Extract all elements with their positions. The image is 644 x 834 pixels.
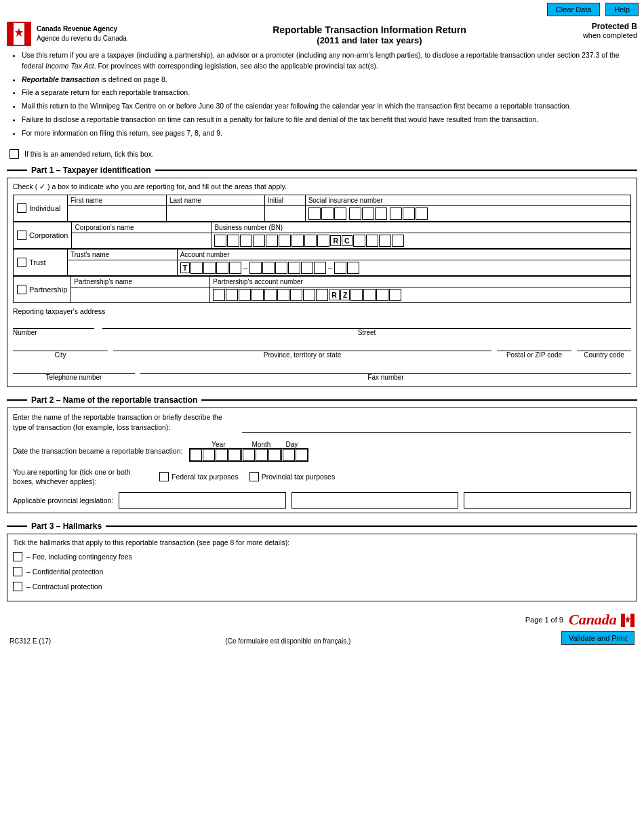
initial-input[interactable] bbox=[264, 206, 305, 222]
sin-box-8[interactable] bbox=[403, 207, 415, 220]
pship-box-13[interactable] bbox=[389, 289, 401, 301]
trust-name-input[interactable] bbox=[68, 260, 178, 276]
country-input[interactable] bbox=[577, 340, 631, 351]
date-label: Date the transaction became a reportable… bbox=[13, 447, 182, 455]
sin-box-2[interactable] bbox=[321, 207, 334, 220]
pship-box-5[interactable] bbox=[264, 289, 277, 301]
trust-box-5[interactable] bbox=[249, 262, 262, 274]
bn-box-5[interactable] bbox=[266, 235, 278, 247]
pship-box-6[interactable] bbox=[277, 289, 289, 301]
street-input[interactable] bbox=[102, 318, 631, 329]
bn-box-4[interactable] bbox=[253, 235, 265, 247]
year-box-1[interactable] bbox=[190, 449, 202, 461]
bn-box-11[interactable] bbox=[366, 235, 378, 247]
amended-checkbox[interactable] bbox=[9, 149, 19, 159]
corp-name-input[interactable] bbox=[72, 233, 212, 249]
number-street-row: Number Street bbox=[13, 318, 631, 336]
bn-box-7[interactable] bbox=[291, 235, 304, 247]
bn-box-1[interactable] bbox=[214, 235, 226, 247]
year-box-4[interactable] bbox=[228, 449, 241, 461]
bn-box-12[interactable] bbox=[379, 235, 391, 247]
city-input[interactable] bbox=[13, 340, 108, 351]
hallmark-checkbox-1[interactable] bbox=[13, 552, 22, 561]
street-label: Street bbox=[102, 329, 631, 336]
trust-box-2[interactable] bbox=[203, 262, 216, 274]
postal-label: Postal or ZIP code bbox=[497, 351, 571, 359]
number-input[interactable] bbox=[13, 318, 94, 329]
trust-box-9[interactable] bbox=[301, 262, 313, 274]
trust-box-7[interactable] bbox=[275, 262, 287, 274]
bn-box-10[interactable] bbox=[353, 235, 365, 247]
bn-box-3[interactable] bbox=[240, 235, 252, 247]
sin-box-9[interactable] bbox=[416, 207, 428, 220]
fax-input[interactable] bbox=[140, 363, 631, 374]
partnership-name-input[interactable] bbox=[71, 287, 210, 303]
pship-box-2[interactable] bbox=[226, 289, 238, 301]
day-box-2[interactable] bbox=[296, 449, 308, 461]
bn-box-8[interactable] bbox=[304, 235, 317, 247]
lastname-input[interactable] bbox=[167, 206, 265, 222]
firstname-input[interactable] bbox=[68, 206, 167, 222]
trust-checkbox[interactable] bbox=[17, 258, 26, 267]
instruction-1: Use this return if you are a taxpayer (i… bbox=[22, 50, 635, 72]
hallmark-checkbox-3[interactable] bbox=[13, 582, 22, 591]
pship-box-7[interactable] bbox=[290, 289, 302, 301]
applicable-box-2[interactable] bbox=[291, 492, 459, 509]
telephone-input[interactable] bbox=[13, 363, 135, 374]
pship-box-9[interactable] bbox=[316, 289, 328, 301]
help-button[interactable]: Help bbox=[605, 3, 639, 16]
trust-box-3[interactable] bbox=[216, 262, 228, 274]
protected-area: Protected B when completed bbox=[556, 22, 637, 39]
provincial-checkbox[interactable] bbox=[249, 472, 259, 481]
pship-box-4[interactable] bbox=[251, 289, 264, 301]
applicable-box-3[interactable] bbox=[464, 492, 631, 509]
sin-box-5[interactable] bbox=[362, 207, 374, 220]
pship-box-11[interactable] bbox=[363, 289, 376, 301]
month-box-1[interactable] bbox=[243, 449, 255, 461]
check-instruction: Check ( ✓ ) a box to indicate who you ar… bbox=[13, 182, 631, 191]
trust-box-8[interactable] bbox=[288, 262, 300, 274]
validate-print-button[interactable]: Validate and Print bbox=[561, 631, 635, 645]
trust-box-4[interactable] bbox=[229, 262, 241, 274]
hallmark-checkbox-2[interactable] bbox=[13, 567, 22, 576]
trust-box-10[interactable] bbox=[314, 262, 326, 274]
trust-box-6[interactable] bbox=[262, 262, 275, 274]
individual-label-cell: Individual bbox=[14, 195, 68, 222]
firstname-header: First name bbox=[68, 195, 167, 206]
partnership-checkbox[interactable] bbox=[17, 285, 26, 294]
sin-box-1[interactable] bbox=[308, 207, 321, 220]
year-box-2[interactable] bbox=[203, 449, 215, 461]
account-number-header: Account number bbox=[177, 250, 630, 260]
trust-box-11[interactable] bbox=[334, 262, 346, 274]
federal-checkbox[interactable] bbox=[159, 472, 169, 481]
pship-box-10[interactable] bbox=[350, 289, 363, 301]
pship-box-3[interactable] bbox=[239, 289, 251, 301]
pship-box-8[interactable] bbox=[303, 289, 315, 301]
province-label: Province, territory or state bbox=[113, 351, 491, 359]
transaction-name-input[interactable] bbox=[242, 422, 631, 433]
month-box-2[interactable] bbox=[256, 449, 268, 461]
individual-checkbox[interactable] bbox=[17, 203, 26, 213]
trust-box-12[interactable] bbox=[347, 262, 359, 274]
sin-box-4[interactable] bbox=[349, 207, 361, 220]
corporation-checkbox[interactable] bbox=[17, 231, 26, 240]
corporation-label: Corporation bbox=[29, 231, 68, 239]
sin-box-6[interactable] bbox=[375, 207, 387, 220]
year-box-3[interactable] bbox=[216, 449, 228, 461]
pship-box-12[interactable] bbox=[376, 289, 388, 301]
bn-box-2[interactable] bbox=[227, 235, 239, 247]
sin-box-7[interactable] bbox=[390, 207, 402, 220]
sin-box-3[interactable] bbox=[334, 207, 346, 220]
day-box-1[interactable] bbox=[283, 449, 295, 461]
month-box-3[interactable] bbox=[268, 449, 281, 461]
bn-box-9[interactable] bbox=[317, 235, 329, 247]
clear-data-button[interactable]: Clear Data bbox=[547, 3, 601, 16]
trust-box-1[interactable] bbox=[190, 262, 203, 274]
applicable-box-1[interactable] bbox=[119, 492, 286, 509]
bn-box-13[interactable] bbox=[392, 235, 404, 247]
bn-box-6[interactable] bbox=[279, 235, 291, 247]
part3-title-row: Part 3 – Hallmarks bbox=[0, 519, 644, 534]
province-input[interactable] bbox=[113, 340, 491, 351]
pship-box-1[interactable] bbox=[213, 289, 225, 301]
postal-input[interactable] bbox=[497, 340, 571, 351]
